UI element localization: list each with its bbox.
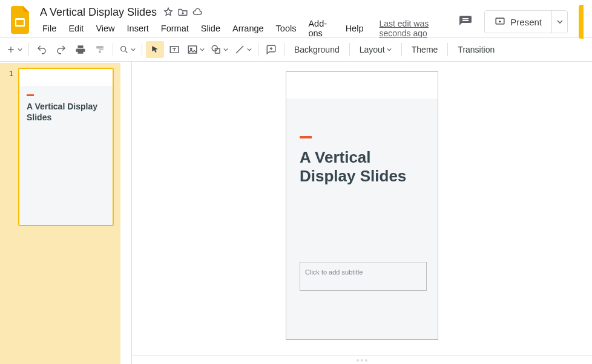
separator xyxy=(349,43,350,56)
filmstrip-panel: 1 A Vertical Display Slides xyxy=(0,62,132,364)
line-icon xyxy=(234,44,245,55)
new-slide-button[interactable] xyxy=(4,41,25,58)
menu-tools[interactable]: Tools xyxy=(271,22,301,35)
print-icon xyxy=(75,44,86,55)
chevron-down-icon xyxy=(387,47,392,52)
separator xyxy=(284,43,284,56)
paint-roller-icon xyxy=(94,44,105,55)
separator xyxy=(401,43,402,56)
present-label: Present xyxy=(510,17,542,27)
menu-bar: File Edit View Insert Format Slide Arran… xyxy=(38,21,455,36)
undo-button[interactable] xyxy=(33,41,51,58)
shape-tool[interactable] xyxy=(208,41,231,58)
move-icon[interactable] xyxy=(177,7,188,18)
svg-point-6 xyxy=(191,48,192,49)
background-button[interactable]: Background xyxy=(288,41,346,58)
transition-button[interactable]: Transition xyxy=(452,41,501,58)
subtitle-placeholder-text: Click to add subtitle xyxy=(305,268,363,276)
image-icon xyxy=(187,44,198,55)
thumbnail-title: A Vertical Display Slides xyxy=(27,101,105,123)
workspace: 1 A Vertical Display Slides A Vertical D… xyxy=(0,62,592,364)
separator xyxy=(113,43,113,56)
star-icon[interactable] xyxy=(163,7,174,18)
separator xyxy=(258,43,258,56)
slide-thumbnail[interactable]: A Vertical Display Slides xyxy=(18,68,114,226)
menu-slide[interactable]: Slide xyxy=(196,22,225,35)
theme-button[interactable]: Theme xyxy=(406,41,444,58)
slide-canvas[interactable]: A Vertical Display Slides Click to add s… xyxy=(132,62,592,364)
document-title[interactable]: A Vertical Display Slides xyxy=(38,5,159,20)
menu-addons[interactable]: Add-ons xyxy=(303,17,338,40)
chevron-down-icon xyxy=(200,47,205,52)
speaker-notes-handle[interactable] xyxy=(132,356,592,364)
separator xyxy=(142,43,142,56)
chevron-down-icon xyxy=(18,47,22,52)
zoom-button[interactable] xyxy=(117,41,138,58)
image-tool[interactable] xyxy=(185,41,207,58)
shape-icon xyxy=(211,44,222,55)
redo-icon xyxy=(56,44,67,55)
zoom-icon xyxy=(119,45,129,54)
comment-icon xyxy=(266,44,277,55)
paint-format-button[interactable] xyxy=(91,41,109,58)
slides-app-icon[interactable] xyxy=(10,5,31,34)
cursor-icon xyxy=(150,45,160,54)
line-tool[interactable] xyxy=(232,41,254,58)
redo-button[interactable] xyxy=(52,41,70,58)
menu-edit[interactable]: Edit xyxy=(64,22,88,35)
text-box-icon xyxy=(169,44,180,55)
slide-number: 1 xyxy=(0,68,18,359)
plus-icon xyxy=(6,45,16,54)
slide-thumbnail-selected[interactable]: 1 A Vertical Display Slides xyxy=(0,63,120,364)
present-dropdown[interactable] xyxy=(551,11,567,33)
menu-file[interactable]: File xyxy=(38,22,61,35)
accent-bar xyxy=(27,94,34,96)
chevron-down-icon xyxy=(223,47,228,52)
toolbar: Background Layout Theme Transition xyxy=(0,37,592,62)
select-tool[interactable] xyxy=(146,41,164,58)
open-comments-button[interactable] xyxy=(455,11,476,32)
separator xyxy=(28,43,29,56)
layout-button[interactable]: Layout xyxy=(354,41,398,58)
svg-point-3 xyxy=(121,47,126,51)
menu-format[interactable]: Format xyxy=(156,22,194,35)
chevron-down-icon xyxy=(131,47,136,52)
separator xyxy=(447,43,448,56)
slide[interactable]: A Vertical Display Slides Click to add s… xyxy=(286,71,438,340)
last-edit-link[interactable]: Last edit was seconds ago xyxy=(379,19,455,38)
chevron-down-icon xyxy=(247,47,252,52)
menu-view[interactable]: View xyxy=(91,22,119,35)
comment-button[interactable] xyxy=(262,41,280,58)
textbox-tool[interactable] xyxy=(165,41,183,58)
cloud-status-icon[interactable] xyxy=(192,7,203,18)
menu-insert[interactable]: Insert xyxy=(122,22,154,35)
title-bar: A Vertical Display Slides File Edit View… xyxy=(0,0,592,37)
present-icon xyxy=(495,16,505,27)
undo-icon xyxy=(36,44,47,55)
chevron-down-icon xyxy=(557,19,563,25)
print-button[interactable] xyxy=(71,41,90,58)
subtitle-placeholder-box[interactable]: Click to add subtitle xyxy=(300,262,427,291)
svg-rect-1 xyxy=(16,20,24,25)
slide-title[interactable]: A Vertical Display Slides xyxy=(300,148,424,186)
menu-arrange[interactable]: Arrange xyxy=(228,22,269,35)
accent-bar xyxy=(300,136,312,138)
present-button[interactable]: Present xyxy=(485,11,551,33)
side-panel-toggle[interactable] xyxy=(579,5,584,39)
present-button-group: Present xyxy=(484,10,568,33)
menu-help[interactable]: Help xyxy=(341,22,369,35)
